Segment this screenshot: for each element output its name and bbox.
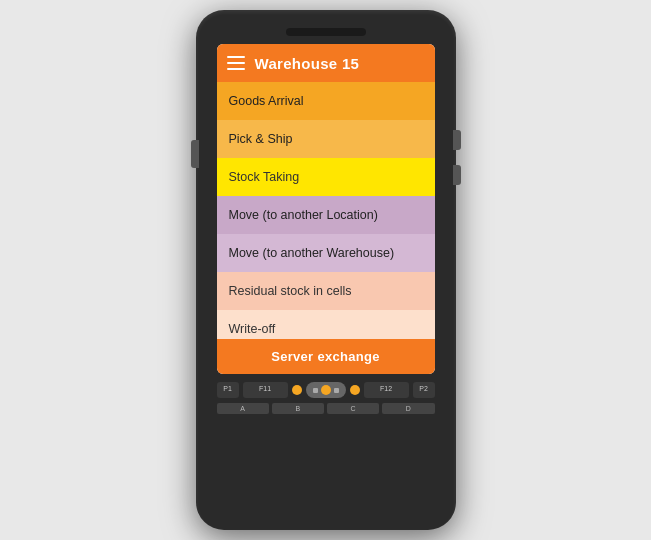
device-top-bar	[286, 28, 366, 36]
key-a[interactable]: A	[217, 403, 269, 414]
keypad-fn-row: P1 F11 F12 P2	[217, 382, 435, 398]
server-exchange-button[interactable]: Server exchange	[217, 339, 435, 374]
side-button-right-bottom[interactable]	[453, 165, 461, 185]
nav-left-arrow	[313, 388, 318, 393]
app-header: Warehouse 15	[217, 44, 435, 82]
handheld-device: Warehouse 15 Goods Arrival Pick & Ship S…	[196, 10, 456, 530]
side-button-right-top[interactable]	[453, 130, 461, 150]
menu-item-move-location[interactable]: Move (to another Location)	[217, 196, 435, 234]
menu-item-pick-ship[interactable]: Pick & Ship	[217, 120, 435, 158]
nav-left-yellow[interactable]	[292, 385, 302, 395]
side-button-left[interactable]	[191, 140, 199, 168]
key-d[interactable]: D	[382, 403, 434, 414]
key-b[interactable]: B	[272, 403, 324, 414]
device-keypad: P1 F11 F12 P2 A B C D	[217, 382, 435, 414]
nav-dpad[interactable]	[306, 382, 346, 398]
nav-right-arrow	[334, 388, 339, 393]
key-c[interactable]: C	[327, 403, 379, 414]
menu-item-move-warehouse[interactable]: Move (to another Warehouse)	[217, 234, 435, 272]
menu-item-residual-stock[interactable]: Residual stock in cells	[217, 272, 435, 310]
key-p2[interactable]: P2	[413, 382, 435, 398]
key-p1[interactable]: P1	[217, 382, 239, 398]
key-f11[interactable]: F11	[243, 382, 288, 398]
screen-bezel: Warehouse 15 Goods Arrival Pick & Ship S…	[217, 44, 435, 374]
key-f12[interactable]: F12	[364, 382, 409, 398]
menu-list: Goods Arrival Pick & Ship Stock Taking M…	[217, 82, 435, 339]
nav-right-yellow[interactable]	[350, 385, 360, 395]
header-title: Warehouse 15	[255, 55, 360, 72]
hamburger-icon[interactable]	[227, 56, 245, 70]
nav-center-btn[interactable]	[321, 385, 331, 395]
menu-item-goods-arrival[interactable]: Goods Arrival	[217, 82, 435, 120]
menu-item-stock-taking[interactable]: Stock Taking	[217, 158, 435, 196]
app-screen: Warehouse 15 Goods Arrival Pick & Ship S…	[217, 44, 435, 374]
keypad-alpha-row: A B C D	[217, 403, 435, 414]
menu-item-write-off[interactable]: Write-off	[217, 310, 435, 339]
